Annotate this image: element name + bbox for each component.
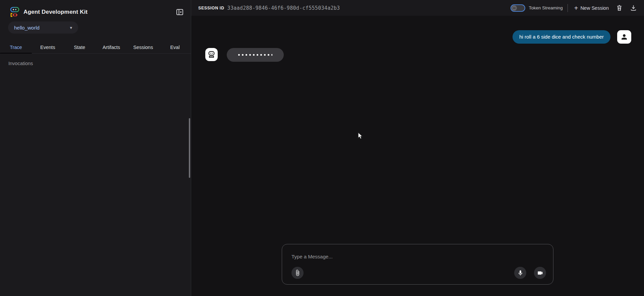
- bot-typing-indicator: [227, 48, 284, 62]
- tab-sessions[interactable]: Sessions: [127, 41, 159, 53]
- agent-select-dropdown[interactable]: hello_world ▾: [8, 21, 78, 34]
- new-session-label: New Session: [580, 5, 609, 11]
- tab-state[interactable]: State: [64, 41, 96, 53]
- toggle-knob: [512, 5, 517, 11]
- user-avatar: [617, 30, 631, 44]
- typing-dot: [260, 54, 262, 56]
- chat-area: hi roll a 6 side dice and check number: [191, 16, 644, 296]
- mouse-cursor: [357, 132, 364, 140]
- session-id-value: 33aad288-9846-46f6-980d-cf555034a2b3: [227, 5, 340, 11]
- plus-icon: +: [574, 5, 578, 11]
- typing-dot: [271, 54, 272, 56]
- message-input-placeholder: Type a Message...: [291, 254, 333, 259]
- typing-dot: [264, 54, 266, 56]
- new-session-button[interactable]: + New Session: [572, 3, 611, 13]
- agent-select-value: hello_world: [14, 25, 40, 31]
- session-id-label: SESSION ID: [198, 6, 224, 10]
- typing-dot: [249, 54, 251, 56]
- user-message-bubble: hi roll a 6 side dice and check number: [513, 30, 610, 44]
- microphone-icon: [517, 270, 524, 276]
- typing-dot: [253, 54, 255, 56]
- sidebar-tabs: Trace Events State Artifacts Sessions Ev…: [0, 41, 191, 54]
- bot-message-row: [205, 48, 631, 62]
- main-panel: SESSION ID 33aad288-9846-46f6-980d-cf555…: [191, 0, 644, 296]
- chevron-down-icon: ▾: [70, 25, 72, 30]
- token-streaming-toggle[interactable]: [511, 4, 525, 12]
- adk-logo-icon: [10, 7, 19, 17]
- paperclip-icon: [294, 269, 301, 276]
- typing-dot: [246, 54, 247, 56]
- typing-dot: [257, 54, 258, 56]
- session-info: SESSION ID 33aad288-9846-46f6-980d-cf555…: [198, 5, 340, 11]
- attach-file-button[interactable]: [291, 267, 304, 279]
- export-session-button[interactable]: [628, 2, 639, 14]
- typing-dot: [238, 54, 240, 56]
- topbar-divider: [568, 4, 568, 12]
- topbar-controls: Token Streaming + New Session: [511, 2, 639, 14]
- tab-eval[interactable]: Eval: [159, 41, 191, 53]
- download-icon: [630, 4, 637, 11]
- robot-icon: [207, 50, 216, 59]
- sidebar: Agent Development Kit hello_world ▾ Trac…: [0, 0, 191, 296]
- token-streaming-label: Token Streaming: [529, 5, 562, 10]
- tab-artifacts[interactable]: Artifacts: [95, 41, 127, 53]
- tab-events[interactable]: Events: [32, 41, 64, 53]
- video-camera-icon: [537, 270, 543, 276]
- app-title: Agent Development Kit: [23, 9, 88, 15]
- panel-collapse-icon: [176, 8, 184, 16]
- message-input-box[interactable]: Type a Message...: [282, 244, 553, 285]
- typing-dot: [242, 54, 244, 56]
- person-icon: [620, 33, 628, 41]
- message-list: hi roll a 6 side dice and check number: [191, 16, 644, 62]
- bot-avatar: [205, 48, 218, 61]
- video-button[interactable]: [534, 267, 546, 279]
- tab-trace[interactable]: Trace: [0, 41, 32, 53]
- delete-session-button[interactable]: [613, 2, 625, 14]
- topbar: SESSION ID 33aad288-9846-46f6-980d-cf555…: [191, 0, 644, 16]
- typing-dot: [268, 54, 269, 56]
- invocations-label: Invocations: [8, 61, 191, 66]
- collapse-sidebar-button[interactable]: [175, 7, 185, 17]
- sidebar-header: Agent Development Kit: [0, 0, 191, 19]
- microphone-button[interactable]: [514, 267, 526, 279]
- trash-icon: [616, 4, 623, 11]
- user-message-row: hi roll a 6 side dice and check number: [205, 30, 631, 44]
- sidebar-scrollbar[interactable]: [189, 118, 190, 178]
